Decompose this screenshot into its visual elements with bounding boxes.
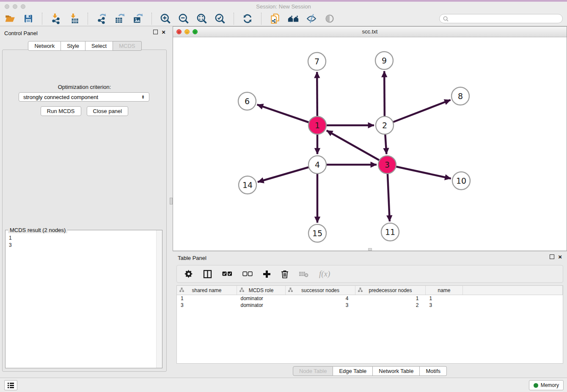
graph-node-label-10: 10 — [456, 176, 466, 185]
toolbar-separator — [88, 13, 88, 25]
import-table-icon[interactable] — [68, 13, 80, 25]
export-table-icon[interactable] — [114, 13, 126, 25]
graph-edge-3-10[interactable] — [387, 165, 451, 179]
tab-mcds[interactable]: MCDS — [113, 41, 141, 51]
memory-button[interactable]: Memory — [529, 380, 564, 390]
toolbar-separator — [261, 13, 261, 25]
clone-network-icon[interactable] — [269, 13, 281, 25]
run-mcds-button[interactable]: Run MCDS — [41, 106, 81, 116]
add-column-icon[interactable] — [263, 270, 271, 278]
close-panel-button[interactable]: Close panel — [87, 106, 129, 116]
column-header-mcds-role[interactable]: MCDS role — [237, 286, 286, 295]
table-panel-title: Table Panel — [178, 255, 206, 261]
tab-node-table[interactable]: Node Table — [293, 366, 333, 376]
network-canvas[interactable]: 7968124314101511 — [173, 37, 567, 251]
table-row: 3dominator323 — [177, 302, 563, 309]
float-panel-icon[interactable] — [153, 30, 158, 34]
tab-select[interactable]: Select — [85, 41, 113, 51]
import-network-icon[interactable] — [50, 13, 62, 25]
search-icon — [443, 16, 449, 22]
optimization-criterion-label: Optimization criterion: — [3, 84, 166, 90]
result-scrollbar[interactable] — [156, 230, 162, 368]
graph-node-label-2: 2 — [382, 121, 387, 130]
close-table-panel-icon[interactable]: × — [558, 254, 562, 259]
close-panel-icon[interactable]: × — [162, 30, 165, 34]
task-history-button[interactable] — [4, 380, 17, 390]
window-title: Session: New Session — [0, 3, 567, 10]
zoom-fit-icon[interactable] — [196, 13, 208, 25]
table-cell[interactable]: 1 — [177, 295, 237, 302]
graph-node-label-15: 15 — [312, 229, 322, 238]
export-network-icon[interactable] — [96, 13, 107, 25]
graph-node-label-11: 11 — [385, 227, 395, 237]
graph-edge-1-6[interactable] — [257, 105, 317, 125]
criterion-select[interactable]: strongly connected component ▲▼ — [19, 92, 149, 102]
table-cell[interactable]: 1 — [355, 295, 426, 302]
column-header-predecessor-nodes[interactable]: predecessor nodes — [355, 286, 426, 295]
apply-preferred-layout-icon[interactable] — [242, 13, 253, 25]
table-cell[interactable]: 3 — [177, 302, 237, 309]
tab-motifs[interactable]: Motifs — [420, 366, 447, 376]
tab-edge-table[interactable]: Edge Table — [333, 366, 373, 376]
table-cell[interactable]: 3 — [426, 302, 463, 309]
column-header-successor-nodes[interactable]: successor nodes — [286, 286, 355, 295]
list-icon — [8, 383, 14, 388]
table-panel: Table Panel × f(x) shared nameMCDS roles… — [173, 251, 567, 378]
table-cell-filler — [463, 302, 563, 309]
mcds-result-text[interactable]: 1 3 — [6, 232, 156, 368]
deselect-all-icon[interactable] — [242, 271, 253, 277]
network-overview-icon[interactable] — [287, 13, 299, 25]
table-cell[interactable]: 4 — [286, 295, 355, 302]
table-cell[interactable]: dominator — [237, 295, 286, 302]
save-session-icon[interactable] — [22, 13, 34, 25]
graph-node-label-4: 4 — [315, 160, 320, 169]
float-table-panel-icon[interactable] — [550, 254, 554, 259]
memory-label: Memory — [541, 382, 559, 388]
control-panel-tabs: NetworkStyleSelectMCDS — [0, 41, 170, 51]
column-header-name[interactable]: name — [426, 286, 463, 295]
criterion-selected-value: strongly connected component — [23, 94, 98, 100]
column-header-shared-name[interactable]: shared name — [177, 286, 237, 295]
delete-column-icon[interactable] — [281, 270, 289, 279]
network-window: × − + scc.txt 7968124314101511 — [173, 26, 567, 251]
graph-edge-3-1[interactable] — [327, 130, 387, 165]
function-builder-icon[interactable]: f(x) — [319, 269, 330, 279]
show-columns-icon[interactable] — [203, 270, 212, 279]
birds-eye-view-icon[interactable] — [324, 13, 336, 25]
search-input[interactable] — [451, 15, 559, 22]
table-row: 1dominator411 — [177, 295, 563, 302]
toolbar-separator — [151, 13, 152, 25]
tab-style[interactable]: Style — [61, 41, 85, 51]
tab-network[interactable]: Network — [28, 41, 61, 51]
select-stepper-icon: ▲▼ — [141, 95, 145, 99]
graph-node-label-14: 14 — [242, 180, 253, 190]
graph-node-label-7: 7 — [314, 57, 319, 66]
select-all-icon[interactable] — [222, 271, 232, 277]
application-window: Session: New Session Control Panel — [0, 0, 567, 392]
toolbar-separator — [234, 13, 234, 25]
table-cell[interactable]: dominator — [237, 302, 286, 309]
network-window-titlebar: × − + scc.txt — [173, 27, 567, 37]
resize-grip[interactable] — [368, 248, 372, 251]
zoom-out-icon[interactable] — [178, 13, 190, 25]
table-cell[interactable]: 2 — [355, 302, 426, 309]
toolbar-separator — [42, 13, 42, 25]
search-box — [439, 14, 563, 23]
zoom-selected-icon[interactable] — [214, 13, 226, 25]
graph-node-label-9: 9 — [382, 56, 387, 65]
table-cell[interactable]: 1 — [426, 295, 463, 302]
memory-status-icon — [534, 383, 538, 388]
table-cell[interactable]: 3 — [286, 302, 355, 309]
tab-network-table[interactable]: Network Table — [373, 366, 420, 376]
splitter-handle[interactable] — [170, 198, 173, 204]
show-graphics-details-icon[interactable] — [306, 13, 317, 25]
panel-splitter[interactable] — [170, 26, 173, 378]
graph-node-label-3: 3 — [385, 160, 390, 169]
status-bar: Memory — [0, 378, 567, 392]
open-session-icon[interactable] — [4, 13, 16, 25]
export-image-icon[interactable] — [132, 13, 144, 25]
graph-edge-2-8[interactable] — [385, 100, 451, 125]
delete-table-icon[interactable] — [299, 271, 309, 278]
zoom-in-icon[interactable] — [160, 13, 171, 25]
table-settings-gear-icon[interactable] — [184, 270, 193, 278]
